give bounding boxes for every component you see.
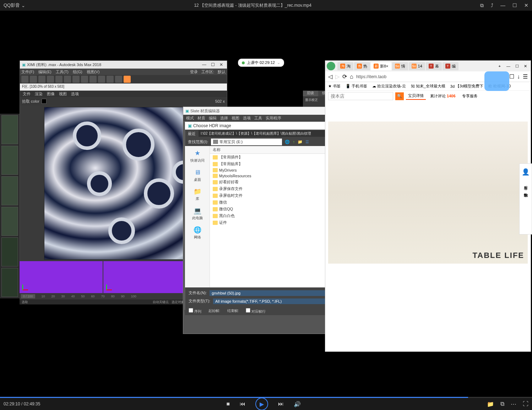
nav-back-icon[interactable]: 🌐 xyxy=(285,140,290,144)
sidebar-item[interactable]: 🌐网络 xyxy=(193,226,202,240)
player-app-name[interactable]: QQ影音 ⌄ xyxy=(4,2,25,9)
br-maximize[interactable]: ☐ xyxy=(513,64,521,69)
home-icon[interactable]: ⌂ xyxy=(350,74,353,80)
sidebar-item[interactable]: 📁库 xyxy=(193,187,202,201)
max-close[interactable]: ✕ xyxy=(218,62,225,67)
thumbnail[interactable] xyxy=(1,146,18,175)
toolbar-btn[interactable] xyxy=(21,76,28,83)
tab-service[interactable]: 专享服务 xyxy=(460,93,480,99)
toolbar-btn-fp[interactable] xyxy=(124,76,131,83)
thumbnail[interactable] xyxy=(1,237,18,266)
vmenu-file[interactable]: 文件 xyxy=(23,91,31,97)
toolbar-btn[interactable] xyxy=(115,76,122,83)
new-tab-button[interactable]: + xyxy=(496,64,504,68)
toolbar-btn[interactable] xyxy=(38,76,45,83)
browser-tab[interactable]: T编 xyxy=(443,62,458,70)
play-button[interactable]: ▶ xyxy=(255,398,268,410)
pin-icon[interactable]: ⤴ xyxy=(491,2,493,9)
folder-dropdown[interactable]: 常用宝贝 (E:) xyxy=(211,139,282,145)
vmenu-options[interactable]: 选项 xyxy=(71,91,79,97)
vmenu-render[interactable]: 渲染 xyxy=(35,91,43,97)
nav-up-icon[interactable]: ↑ xyxy=(293,140,295,144)
new-folder-icon[interactable]: 📁 xyxy=(298,140,303,144)
smenu-material[interactable]: 材质 xyxy=(197,115,205,121)
smenu-view[interactable]: 视图 xyxy=(232,115,239,121)
sidebar-item[interactable]: ★快速访问 xyxy=(190,149,205,163)
menu-edit[interactable]: 编辑(E) xyxy=(38,69,51,75)
bookmark-icon[interactable]: ☐ xyxy=(509,73,514,80)
br-minimize[interactable]: — xyxy=(504,64,512,68)
menu-view[interactable]: 视图(V) xyxy=(87,69,100,75)
browser-tab[interactable]: 新新8× xyxy=(371,62,391,70)
toolbar-btn[interactable] xyxy=(81,76,88,83)
bookmark-item[interactable]: ★书签 xyxy=(328,83,341,89)
smenu-select[interactable]: 选择 xyxy=(220,115,228,121)
smenu-options[interactable]: 选项 xyxy=(243,115,251,121)
search-button[interactable]: 🔍 xyxy=(395,92,404,100)
thumbnail[interactable] xyxy=(1,115,18,144)
pip-icon[interactable]: ⧉ xyxy=(480,2,484,9)
browser-tab[interactable]: 热热 xyxy=(354,62,370,70)
nav-forward-icon[interactable]: ▷ xyxy=(335,73,340,80)
sidebar-item[interactable]: 🖥桌面 xyxy=(193,168,202,182)
smenu-tools[interactable]: 工具 xyxy=(254,115,262,121)
thumbnail[interactable] xyxy=(1,207,18,236)
tab-layers[interactable]: 层级 xyxy=(303,91,318,96)
view-mode-icon[interactable]: ☰ xyxy=(305,140,309,144)
toolbar-btn[interactable] xyxy=(107,76,114,83)
toolbar-btn[interactable] xyxy=(55,76,63,83)
fullscreen-button[interactable]: ⛶ xyxy=(523,401,528,408)
more-button[interactable]: ⋯ xyxy=(511,401,516,408)
vmenu-image[interactable]: 图像 xyxy=(47,91,55,97)
max-titlebar[interactable]: ▣ XIMI (有料) .max - Autodesk 3ds Max 2018… xyxy=(20,61,227,69)
menu-tools[interactable]: 工具(T) xyxy=(56,69,69,75)
vmenu-view[interactable]: 视图 xyxy=(59,91,67,97)
menu-icon[interactable]: ☰ xyxy=(523,73,528,80)
smenu-util[interactable]: 实用程序 xyxy=(266,115,281,121)
open-file-button[interactable]: 📁 xyxy=(487,401,494,408)
subtitle-button[interactable]: ⧉ xyxy=(500,401,504,408)
viewport-right[interactable] xyxy=(103,261,186,293)
toolbar-btn[interactable] xyxy=(47,76,54,83)
workspace-value[interactable]: 默认 xyxy=(218,69,226,75)
smenu-mode[interactable]: 模式 xyxy=(186,115,194,121)
auto-key-btn[interactable]: 自动关键点 xyxy=(153,300,169,304)
set-key-btn[interactable]: 选定对象 xyxy=(172,300,184,304)
browser-tab[interactable]: So14 xyxy=(409,62,425,70)
max-maximize[interactable]: ☐ xyxy=(209,62,216,67)
expand-icon[interactable]: ⌄ xyxy=(277,60,280,65)
avatar[interactable] xyxy=(327,62,335,70)
toolbar-btn[interactable] xyxy=(72,76,80,83)
thumbnail[interactable] xyxy=(1,176,18,205)
browser-tab[interactable]: So情 xyxy=(392,62,408,70)
browser-tab[interactable]: 淘淘 xyxy=(337,62,353,70)
cs-icon[interactable]: 👤 xyxy=(522,168,530,176)
max-minimize[interactable]: — xyxy=(201,62,208,67)
toolbar-btn[interactable] xyxy=(98,76,105,83)
browser-tab[interactable]: T幕 xyxy=(426,62,442,70)
menu-file[interactable]: 文件(F) xyxy=(21,69,34,75)
url-input[interactable]: https://item.taob xyxy=(356,74,506,79)
prev-button[interactable]: ⏮ xyxy=(240,401,245,407)
minimize-button[interactable]: — xyxy=(500,2,505,9)
stop-button[interactable]: ■ xyxy=(226,401,230,407)
bookmark-item[interactable]: ☁拾云渲染农场-云 xyxy=(372,83,406,89)
maximize-button[interactable]: ☐ xyxy=(512,2,517,9)
bookmark-item[interactable]: 知知末_全球最大模 xyxy=(411,83,445,89)
nav-back-icon[interactable]: ◁ xyxy=(328,73,332,80)
refresh-icon[interactable]: ⟳ xyxy=(342,73,347,80)
sidebar-item[interactable]: 💻此电脑 xyxy=(192,206,203,221)
tab-detail[interactable]: 宝贝详情 xyxy=(406,92,426,100)
toolbar-btn[interactable] xyxy=(30,76,37,83)
tab-comments[interactable]: 累计评论 1406 xyxy=(428,93,458,99)
product-image[interactable]: TABLE LIFE xyxy=(328,122,528,264)
bookmark-item[interactable]: 📱手机书签 xyxy=(346,83,367,89)
br-close[interactable]: ✕ xyxy=(522,64,529,69)
toolbar-btn[interactable] xyxy=(64,76,71,83)
seq-check[interactable] xyxy=(189,308,193,313)
smenu-edit[interactable]: 编辑 xyxy=(209,115,217,121)
viewport-left[interactable] xyxy=(20,261,103,293)
next-button[interactable]: ⏭ xyxy=(278,401,284,407)
color-mode[interactable]: 拾取 color xyxy=(22,99,39,104)
select-label[interactable]: 选取 xyxy=(22,300,28,304)
